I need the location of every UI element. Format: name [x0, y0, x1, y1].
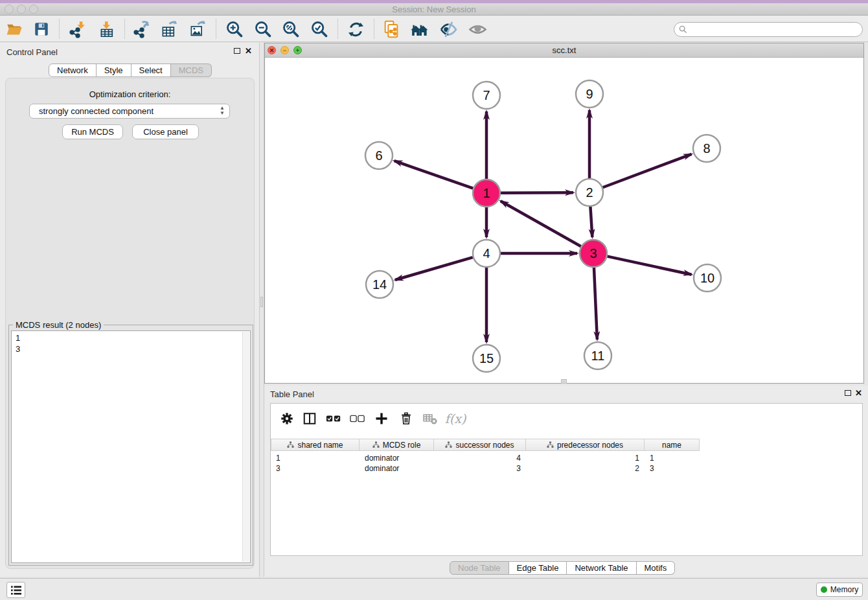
mcds-result-groupbox: MCDS result (2 nodes) 1 3 — [8, 325, 253, 566]
node-label-7: 7 — [483, 88, 490, 102]
cell-shared-name[interactable]: 1 — [271, 453, 360, 463]
edge-2-8[interactable] — [603, 154, 692, 187]
criterion-dropdown[interactable]: strongly connected component ▲▼ — [29, 104, 230, 119]
table-panel-tabs: Node Table Edge Table Network Table Moti… — [450, 561, 675, 575]
tab-mcds[interactable]: MCDS — [171, 63, 212, 77]
open-folder-icon — [6, 21, 23, 38]
toolbar-separator — [59, 19, 60, 39]
table-settings-button[interactable] — [277, 409, 297, 428]
edge-3-11[interactable] — [594, 268, 597, 340]
import-table-button[interactable] — [97, 18, 119, 40]
export-network-button[interactable] — [130, 18, 152, 40]
search-field[interactable] — [674, 22, 863, 37]
tab-style[interactable]: Style — [97, 63, 131, 77]
close-panel-icon[interactable]: ✕ — [245, 48, 252, 54]
tab-motifs[interactable]: Motifs — [637, 561, 676, 575]
mcds-result-textarea[interactable]: 1 3 — [11, 330, 251, 563]
refresh-button[interactable] — [345, 18, 367, 40]
column-header-successor-nodes[interactable]: successor nodes — [434, 439, 526, 451]
vertical-splitter[interactable] — [259, 43, 264, 577]
mcds-panel: Optimization criterion: strongly connect… — [5, 78, 255, 569]
open-session-button[interactable] — [3, 18, 25, 40]
cell-successor-nodes[interactable]: 3 — [434, 463, 526, 474]
delete-columns-button[interactable] — [396, 409, 416, 428]
zoom-traffic-light[interactable] — [29, 5, 38, 14]
zoom-in-button[interactable] — [223, 18, 246, 40]
network-graph[interactable]: 7968124314101511 — [265, 58, 863, 383]
column-header-mcds-role[interactable]: MCDS role — [360, 439, 434, 451]
zoom-out-button[interactable] — [252, 18, 274, 40]
deselect-all-columns-button[interactable] — [348, 409, 367, 428]
cell-predecessor-nodes[interactable]: 2 — [526, 463, 645, 474]
cell-mcds-role[interactable]: dominator — [360, 463, 434, 474]
tab-network[interactable]: Network — [49, 63, 97, 77]
column-header-name[interactable]: name — [645, 439, 700, 451]
hide-graphics-details-icon — [439, 20, 458, 39]
close-table-panel-icon[interactable]: ✕ — [855, 390, 862, 397]
tab-edge-table[interactable]: Edge Table — [509, 561, 567, 575]
memory-button[interactable]: Memory — [816, 583, 863, 597]
delete-table-button[interactable] — [420, 409, 440, 428]
network-canvas[interactable]: 7968124314101511 — [265, 58, 863, 383]
control-panel-tabs: Network Style Select MCDS — [49, 63, 212, 77]
split-view-icon — [303, 411, 317, 426]
cell-shared-name[interactable]: 3 — [271, 463, 360, 474]
close-traffic-light[interactable] — [5, 5, 14, 14]
select-all-columns-button[interactable] — [324, 409, 343, 428]
float-table-panel-icon[interactable] — [845, 390, 851, 396]
zoom-selected-button[interactable] — [308, 18, 330, 40]
edge-4-14[interactable] — [395, 257, 473, 280]
add-column-button[interactable] — [372, 409, 391, 428]
minimize-traffic-light[interactable] — [17, 5, 26, 14]
close-network-traffic-light[interactable]: ✕ — [268, 46, 276, 54]
edge-3-1[interactable] — [501, 201, 581, 246]
float-panel-icon[interactable] — [234, 48, 240, 54]
task-history-button[interactable] — [6, 582, 25, 598]
edge-2-3[interactable] — [590, 207, 592, 237]
node-label-8: 8 — [703, 141, 710, 156]
cell-name[interactable]: 1 — [645, 453, 700, 463]
import-network-button[interactable] — [66, 18, 88, 40]
edge-3-10[interactable] — [608, 257, 692, 275]
hide-graphics-details-button[interactable] — [437, 18, 459, 40]
list-icon — [10, 585, 22, 595]
search-input[interactable] — [674, 22, 863, 37]
edge-1-6[interactable] — [394, 161, 474, 188]
import-network-icon — [69, 21, 86, 38]
export-table-icon — [161, 21, 178, 38]
save-session-button[interactable] — [30, 18, 52, 40]
splitter-grip[interactable] — [260, 297, 263, 307]
cell-predecessor-nodes[interactable]: 1 — [526, 453, 645, 463]
clone-network-button[interactable] — [380, 18, 402, 40]
horizontal-splitter-grip[interactable] — [561, 379, 567, 384]
criterion-value: strongly connected component — [39, 106, 154, 116]
network-view-window: ✕ − + scc.txt 7968124314101511 — [264, 43, 864, 384]
titlebar: Session: New Session — [0, 3, 868, 16]
result-scrollbar[interactable] — [242, 332, 249, 562]
close-panel-button[interactable]: Close panel — [132, 124, 199, 139]
run-mcds-button[interactable]: Run MCDS — [62, 124, 123, 139]
birds-eye-view-button[interactable] — [466, 18, 488, 40]
zoom-in-icon — [225, 20, 244, 38]
cell-mcds-role[interactable]: dominator — [360, 453, 434, 463]
column-header-predecessor-nodes[interactable]: predecessor nodes — [526, 439, 645, 451]
toolbar-separator — [216, 19, 216, 39]
split-view-button[interactable] — [300, 409, 319, 428]
export-image-button[interactable] — [187, 18, 209, 40]
tab-network-table[interactable]: Network Table — [567, 561, 636, 575]
tab-node-table[interactable]: Node Table — [450, 561, 509, 575]
attribute-tree-icon — [372, 441, 380, 448]
zoom-fit-button[interactable] — [280, 18, 302, 40]
edge-1-2[interactable] — [501, 192, 573, 193]
memory-label: Memory — [830, 585, 858, 594]
cell-name[interactable]: 3 — [645, 463, 700, 474]
function-builder-button[interactable]: f(x) — [446, 409, 465, 428]
column-header-shared-name[interactable]: shared name — [271, 439, 360, 451]
tab-select[interactable]: Select — [131, 63, 171, 77]
zoom-selected-icon — [310, 20, 328, 38]
zoom-network-traffic-light[interactable]: + — [293, 46, 302, 54]
cell-successor-nodes[interactable]: 4 — [434, 453, 526, 463]
minimize-network-traffic-light[interactable]: − — [280, 46, 289, 54]
home-button[interactable] — [409, 18, 431, 40]
export-table-button[interactable] — [158, 18, 180, 40]
